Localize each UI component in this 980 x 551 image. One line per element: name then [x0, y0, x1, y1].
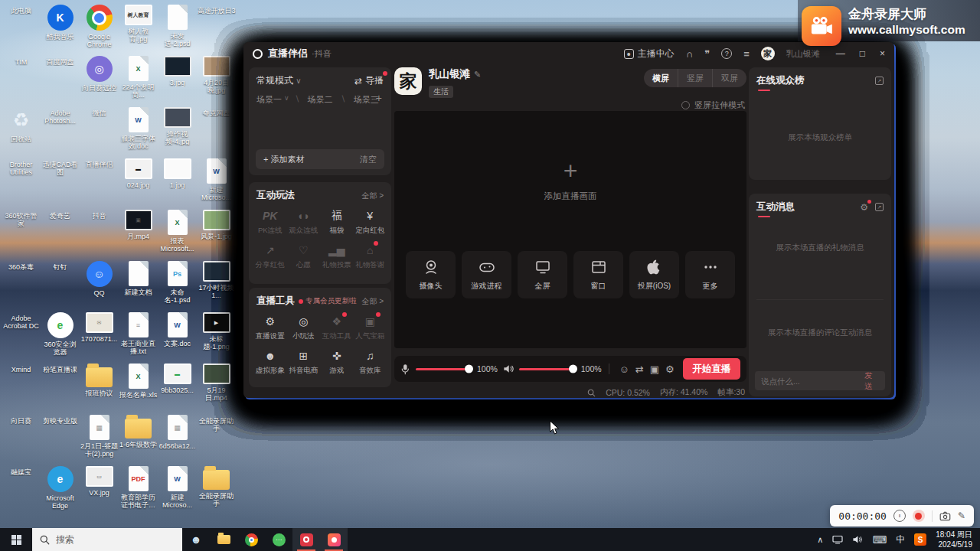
tool-feature[interactable]: ❖ 互动工具 [320, 314, 354, 341]
desktop-icon[interactable]: ✿ 360软件管家 [2, 207, 41, 258]
sogou-input-icon[interactable]: S [914, 533, 926, 546]
source-window-button[interactable]: 窗口 [573, 251, 623, 298]
desktop-icon[interactable]: Fb 粉笔直播课 [41, 360, 80, 412]
desktop-icon[interactable]: PDF 教育部学历证书电子注册... [119, 463, 158, 514]
scene-tab[interactable]: 场景三 [341, 94, 381, 106]
desktop-icon[interactable]: 17小时视频1... [197, 258, 236, 309]
desktop-icon[interactable]: ✚ Brother Utilities [2, 155, 41, 207]
desktop-icon[interactable]: e Microsoft Edge [41, 463, 80, 514]
edit-title-icon[interactable]: ✎ [474, 70, 481, 80]
desktop-icon[interactable]: ▶ 未标题-1.png [197, 309, 236, 360]
desktop-icon[interactable]: ◯ 直播伴侣 [80, 155, 119, 207]
desktop-icon[interactable]: ❏ 此电脑 [2, 2, 41, 53]
desktop-icon[interactable]: ▦ 6d56ba12... [158, 412, 197, 463]
interact-feature[interactable]: 福 福袋 [320, 208, 354, 236]
desktop-icon[interactable]: M 迅捷CAD看图 [41, 155, 80, 207]
tool-feature[interactable]: ⚙ 直播设置 [253, 314, 287, 341]
user-avatar[interactable]: 家 [761, 47, 775, 60]
director-button[interactable]: ⇄ 导播 [354, 74, 384, 87]
desktop-icon[interactable]: ♻ 回收站 [2, 104, 41, 155]
tool-feature[interactable]: ☻ 虚拟形象 [253, 348, 287, 376]
message-settings-icon[interactable]: ⚙ [860, 202, 868, 213]
desktop-icon[interactable]: W 新建 Microso... [158, 463, 197, 514]
source-ios-cast-button[interactable]: 投屏(iOS) [629, 251, 679, 298]
popout-icon[interactable]: ↗ [875, 77, 884, 85]
touch-keyboard-icon[interactable]: ⌨ [872, 534, 887, 546]
add-scene-button[interactable]: + [376, 92, 382, 104]
source-game-button[interactable]: 游戏进程 [462, 251, 511, 298]
taskbar-chrome-button[interactable] [237, 528, 265, 551]
taskbar-explorer-button[interactable] [210, 528, 237, 551]
taskbar-search[interactable] [32, 528, 182, 551]
menu-icon[interactable]: ≡ [743, 48, 750, 60]
interact-feature[interactable]: ◖◗ 观众连线 [287, 208, 321, 236]
pause-button[interactable]: ‖ [893, 510, 906, 522]
tray-expand-icon[interactable]: ∧ [817, 535, 823, 545]
clear-button[interactable]: 清空 [360, 154, 377, 165]
interact-all-link[interactable]: 全部 > [361, 191, 384, 201]
desktop-icon[interactable]: K 酷我音乐 [41, 2, 80, 53]
desktop-icon[interactable]: ▬ 024.jpg [119, 155, 158, 207]
source-camera-button[interactable]: 摄像头 [406, 251, 456, 298]
screenshot-camera-icon[interactable] [939, 511, 951, 521]
record-icon[interactable]: ▣ [647, 364, 662, 375]
microphone-icon[interactable] [400, 364, 410, 375]
live-preview-canvas[interactable]: + 添加直播画面 摄像头 游戏进程 [394, 111, 746, 348]
taskbar-recorder-button[interactable] [320, 528, 348, 551]
desktop-icon[interactable]: ▣ 月.mp4 [119, 207, 158, 258]
taskbar-people-button[interactable]: ☻ [182, 528, 210, 551]
tools-all-link[interactable]: 全部 > [361, 296, 384, 307]
desktop-icon[interactable]: ✉ 17070871... [80, 309, 119, 360]
beauty-icon[interactable]: ☺ [616, 364, 632, 375]
desktop-icon[interactable]: EN 高途开放日3 [197, 2, 236, 53]
minimize-button[interactable]: — [836, 48, 845, 59]
popout-icon[interactable]: ↗ [875, 203, 884, 211]
desktop-icon[interactable]: W 新建 Microso... [197, 155, 236, 207]
ime-indicator[interactable]: 中 [896, 533, 905, 546]
send-button[interactable]: 发送 [864, 370, 879, 392]
desktop-icon[interactable]: 风景-1.jpg [197, 207, 236, 258]
speaker-volume-slider[interactable] [519, 368, 575, 370]
desktop-icon[interactable]: ❝ 微信 [80, 104, 119, 155]
tool-feature[interactable]: ♫ 音效库 [354, 348, 387, 376]
taskbar-live-companion-button[interactable] [292, 528, 320, 551]
desktop-icon[interactable]: ∴ 百度网盘 [41, 53, 80, 104]
start-live-button[interactable]: 开始直播 [683, 358, 740, 380]
interact-feature[interactable]: PK PK连线 [253, 208, 287, 236]
rotate-screen-icon[interactable]: ⇄ [632, 364, 647, 375]
desktop-icon[interactable]: ◎ 向日葵远控 [80, 53, 119, 104]
desktop-icon[interactable]: W 服装三字体效.doc [119, 104, 158, 155]
interact-feature[interactable]: ▂▅ 礼物投票 [320, 243, 354, 270]
desktop-icon[interactable]: ★ TIM [2, 53, 41, 104]
desktop-icon[interactable]: 报班协议 [80, 360, 119, 412]
interact-feature[interactable]: ♡ 心愿 [287, 243, 321, 270]
desktop-icon[interactable]: Ps 未命名-1.psd [158, 258, 197, 309]
desktop-icon[interactable]: ➤ 钉钉 [41, 258, 80, 309]
desktop-icon[interactable]: 1.jpg [158, 155, 197, 207]
start-button[interactable] [0, 528, 32, 551]
magnifier-icon[interactable] [587, 389, 596, 397]
close-button[interactable]: × [880, 48, 885, 59]
desktop-icon[interactable]: ▬ 9bb3025... [158, 360, 197, 412]
scene-tab[interactable]: 场景二 [295, 94, 335, 106]
desktop-icon[interactable]: ✗ Xmind [2, 360, 41, 412]
orientation-option[interactable]: 双屏 [712, 69, 746, 87]
interact-feature[interactable]: ¥ 定向红包 [354, 208, 387, 236]
desktop-icon[interactable]: X 报表 Microsoft... [158, 207, 197, 258]
mic-volume-slider[interactable] [416, 368, 472, 370]
desktop-icon[interactable]: A Adobe Acrobat DC [2, 309, 41, 360]
category-tag[interactable]: 生活 [429, 86, 453, 98]
orientation-option[interactable]: 竖屏 [678, 69, 712, 87]
desktop-icon[interactable]: 3.jpg [158, 53, 197, 104]
message-icon[interactable]: ❞ [704, 48, 710, 60]
volume-icon[interactable] [852, 535, 863, 544]
stretch-mode-toggle[interactable]: 竖屏拉伸模式 [681, 99, 745, 111]
source-fullscreen-button[interactable]: 全屏 [518, 251, 567, 298]
desktop-icon[interactable]: 4月20日晚.jpg [197, 53, 236, 104]
tool-feature[interactable]: ⊞ 抖音电商 [287, 348, 321, 376]
network-icon[interactable] [832, 535, 843, 544]
desktop-icon[interactable]: e 360安全浏览器 [41, 309, 80, 360]
headset-icon[interactable]: ∩ [686, 48, 693, 60]
desktop-icon[interactable]: ✿ 向日葵 [2, 412, 41, 463]
help-icon[interactable]: ? [721, 48, 732, 59]
